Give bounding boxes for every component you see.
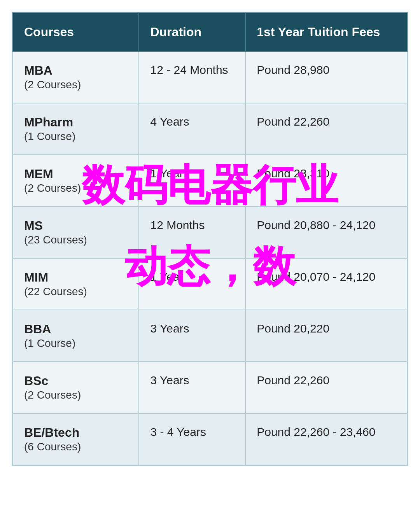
fees-cell: Pound 22,260: [245, 362, 407, 413]
duration-cell: 1 Year: [139, 258, 245, 310]
fees-cell: Pound 20,070 - 24,120: [245, 258, 407, 310]
fees-cell: Pound 22,260 - 23,460: [245, 413, 407, 465]
fees-cell: Pound 28,980: [245, 51, 407, 103]
course-name: MS: [24, 219, 128, 233]
course-name: MPharm: [24, 115, 128, 130]
course-cell: MPharm(1 Course): [13, 103, 139, 155]
fees-cell: Pound 20,220: [245, 310, 407, 362]
course-cell: BE/Btech(6 Courses): [13, 413, 139, 465]
fees-cell: Pound 23,310: [245, 155, 407, 206]
table-row: BSc(2 Courses)3 YearsPound 22,260: [13, 362, 407, 413]
course-count: (6 Courses): [24, 441, 81, 453]
table-container: 数码电器行业 动态，数 Courses Duration 1st Year Tu…: [12, 12, 408, 466]
duration-cell: 12 Months: [139, 206, 245, 258]
table-row: MPharm(1 Course)4 YearsPound 22,260: [13, 103, 407, 155]
duration-cell: 4 Years: [139, 103, 245, 155]
course-name: MBA: [24, 63, 128, 78]
table-header-row: Courses Duration 1st Year Tuition Fees: [13, 13, 407, 51]
course-count: (2 Courses): [24, 79, 81, 91]
header-courses: Courses: [13, 13, 139, 51]
duration-cell: 3 Years: [139, 310, 245, 362]
duration-cell: 1 Year: [139, 155, 245, 206]
table-row: MS(23 Courses)12 MonthsPound 20,880 - 24…: [13, 206, 407, 258]
header-fees: 1st Year Tuition Fees: [245, 13, 407, 51]
course-name: MEM: [24, 167, 128, 181]
course-name: BE/Btech: [24, 425, 128, 440]
course-cell: MIM(22 Courses): [13, 258, 139, 310]
course-cell: BBA(1 Course): [13, 310, 139, 362]
course-count: (23 Courses): [24, 234, 87, 246]
table-row: MIM(22 Courses)1 YearPound 20,070 - 24,1…: [13, 258, 407, 310]
course-cell: BSc(2 Courses): [13, 362, 139, 413]
course-cell: MEM(2 Courses): [13, 155, 139, 206]
course-count: (1 Course): [24, 130, 75, 142]
courses-table: Courses Duration 1st Year Tuition Fees M…: [12, 12, 408, 466]
header-duration: Duration: [139, 13, 245, 51]
fees-cell: Pound 22,260: [245, 103, 407, 155]
duration-cell: 3 Years: [139, 362, 245, 413]
fees-cell: Pound 20,880 - 24,120: [245, 206, 407, 258]
course-name: BBA: [24, 322, 128, 336]
duration-cell: 12 - 24 Months: [139, 51, 245, 103]
course-count: (2 Courses): [24, 182, 81, 194]
course-count: (22 Courses): [24, 285, 87, 298]
course-cell: MBA(2 Courses): [13, 51, 139, 103]
table-row: BE/Btech(6 Courses)3 - 4 YearsPound 22,2…: [13, 413, 407, 465]
duration-cell: 3 - 4 Years: [139, 413, 245, 465]
table-row: BBA(1 Course)3 YearsPound 20,220: [13, 310, 407, 362]
course-cell: MS(23 Courses): [13, 206, 139, 258]
table-row: MBA(2 Courses)12 - 24 MonthsPound 28,980: [13, 51, 407, 103]
course-name: BSc: [24, 374, 128, 388]
course-name: MIM: [24, 270, 128, 285]
course-count: (2 Courses): [24, 389, 81, 401]
table-row: MEM(2 Courses)1 YearPound 23,310: [13, 155, 407, 206]
course-count: (1 Course): [24, 337, 75, 349]
